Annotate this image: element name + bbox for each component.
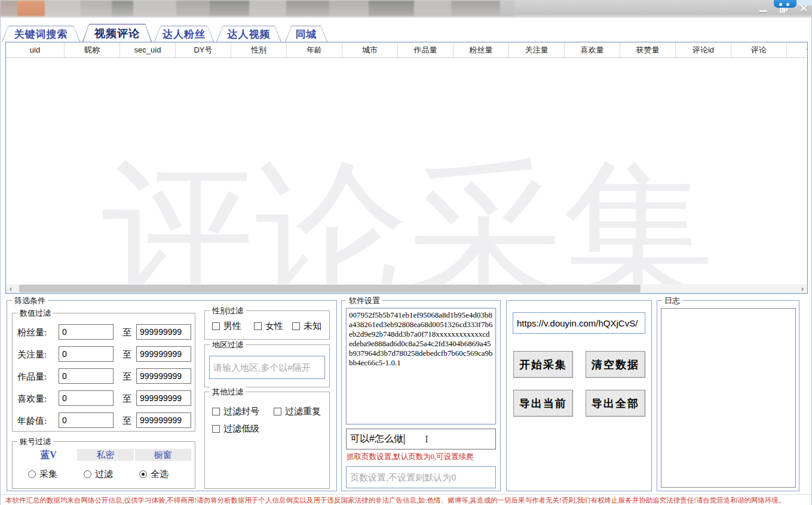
numeric-filter-title: 数值过滤 (17, 308, 53, 319)
filter-radio[interactable]: 过滤 (84, 469, 113, 480)
age-min-input[interactable] (59, 412, 114, 428)
background-window-edge (796, 0, 812, 5)
fans-max-input[interactable] (136, 324, 191, 340)
censored-title-mosaic (1, 1, 514, 16)
filter-duplicate-checkbox[interactable]: 过滤重复 (274, 406, 321, 417)
results-table: uid 昵称 sec_uid DY号 性别 年龄 城市 作品量 粉丝量 关注量 … (5, 42, 808, 294)
start-collect-button[interactable]: 开始采集 (513, 351, 573, 378)
works-count-label: 作品量: (17, 371, 47, 383)
tab-video-comments[interactable]: 视频评论 (82, 24, 152, 42)
account-filter-group: 账号过滤 蓝V 私密 橱窗 采集 过滤 全选 (12, 441, 195, 489)
checkbox-icon (274, 408, 281, 415)
checkbox-icon (254, 322, 262, 330)
filter-conditions-panel: 筛选条件 数值过滤 粉丝量: 至 关注量: 至 作品量: 至 喜欢量: 至 年龄… (7, 300, 337, 491)
column-header-fans[interactable]: 粉丝量 (454, 42, 509, 57)
scroll-left-arrow-icon[interactable]: ‹ (6, 284, 16, 293)
male-checkbox[interactable]: 男性 (212, 321, 241, 332)
title-bar: ✕ (1, 0, 811, 18)
filter-lowgrade-checkbox[interactable]: 过滤低级 (212, 423, 259, 435)
private-segment[interactable]: 私密 (77, 449, 134, 461)
minimize-icon (759, 10, 767, 12)
fans-min-input[interactable] (59, 324, 114, 340)
ibeam-cursor-icon: I (425, 434, 428, 445)
to-label: 至 (122, 327, 131, 338)
tab-creator-videos[interactable]: 达人视频 (216, 26, 281, 42)
table-header-row: uid 昵称 sec_uid DY号 性别 年龄 城市 作品量 粉丝量 关注量 … (6, 42, 808, 58)
following-max-input[interactable] (136, 346, 191, 362)
likes-min-input[interactable] (59, 390, 114, 406)
column-header-comment-id[interactable]: 评论id (676, 42, 731, 57)
column-header-uid[interactable]: uid (6, 42, 65, 57)
keyword-input[interactable]: 可以#怎么做 I (346, 429, 496, 449)
video-url-input[interactable] (513, 312, 645, 334)
app-window: ✕ 关键词搜索 视频评论 达人粉丝 达人视频 同城 uid 昵称 sec_uid… (0, 0, 812, 505)
likes-max-input[interactable] (136, 390, 191, 406)
radio-icon (28, 470, 36, 478)
checkbox-icon (212, 408, 220, 415)
to-label: 至 (122, 393, 131, 405)
export-all-button[interactable]: 导出全部 (586, 390, 645, 417)
region-input[interactable] (209, 356, 325, 379)
age-max-input[interactable] (136, 412, 191, 428)
scrollbar-track[interactable] (16, 284, 798, 293)
page-count-input[interactable] (346, 466, 496, 488)
collect-radio[interactable]: 采集 (28, 469, 57, 480)
to-label: 至 (122, 371, 131, 383)
filter-panel-title: 筛选条件 (12, 295, 48, 306)
minimize-button[interactable] (758, 4, 768, 13)
clear-data-button[interactable]: 清空数据 (586, 351, 645, 378)
column-header-following[interactable]: 关注量 (509, 42, 565, 57)
column-header-nickname[interactable]: 昵称 (65, 42, 120, 57)
works-max-input[interactable] (136, 368, 191, 384)
likes-count-label: 喜欢量: (17, 393, 47, 405)
radio-checked-icon (139, 470, 147, 478)
column-header-praised[interactable]: 获赞量 (620, 42, 676, 57)
horizontal-scrollbar: ‹ › (6, 284, 807, 293)
log-panel: 日志 (657, 300, 799, 491)
column-header-dy-id[interactable]: DY号 (176, 42, 231, 57)
disclaimer-text: 本软件汇总的数据均来自网络公开信息,仅供学习体验,不得商用!请勿将分析数据用于个… (1, 494, 811, 505)
checkbox-icon (212, 322, 220, 330)
gender-filter-group: 性别过滤 男性 女性 未知 (204, 310, 330, 340)
tab-keyword-search[interactable]: 关键词搜索 (2, 26, 80, 42)
scroll-right-arrow-icon[interactable]: › (798, 284, 807, 293)
keyword-value: 可以#怎么做 (350, 433, 403, 445)
column-header-city[interactable]: 城市 (342, 42, 398, 57)
export-current-button[interactable]: 导出当前 (513, 390, 573, 417)
female-checkbox[interactable]: 女性 (254, 321, 283, 332)
log-title: 日志 (662, 295, 682, 306)
column-header-comment-extra[interactable]: 评论 (787, 42, 808, 57)
watermark-text: 评论采集 (102, 131, 759, 294)
other-filter-title: 其他过滤 (210, 387, 246, 398)
close-icon: ✕ (799, 4, 808, 14)
column-header-works[interactable]: 作品量 (398, 42, 454, 57)
filter-banned-checkbox[interactable]: 过滤封号 (212, 406, 259, 417)
log-textarea[interactable] (661, 308, 796, 488)
scrollbar-thumb[interactable] (19, 285, 641, 292)
software-settings-panel: 软件设置 007952f5b5b741eb1ef95068a8d1b95e4d0… (341, 300, 501, 491)
actions-panel: 开始采集 清空数据 导出当前 导出全部 (506, 300, 652, 491)
text-caret (404, 434, 405, 445)
following-count-label: 关注量: (17, 349, 47, 361)
column-header-age[interactable]: 年龄 (287, 42, 342, 57)
background-app-icon (774, 0, 796, 8)
column-header-sec-uid[interactable]: sec_uid (120, 42, 176, 57)
showcase-segment[interactable]: 橱窗 (135, 449, 191, 461)
tab-creator-fans[interactable]: 达人粉丝 (154, 26, 214, 42)
license-token-textarea[interactable]: 007952f5b5b741eb1ef95068a8d1b95e4d03b8a4… (346, 308, 496, 424)
checkbox-icon (292, 322, 300, 330)
works-min-input[interactable] (59, 368, 114, 384)
radio-icon (84, 470, 91, 478)
account-filter-title: 账号过滤 (17, 436, 53, 447)
select-all-radio[interactable]: 全选 (139, 469, 168, 480)
blue-v-segment[interactable]: 蓝V (21, 449, 76, 461)
following-min-input[interactable] (59, 346, 114, 362)
column-header-comment[interactable]: 评论 (731, 42, 787, 57)
column-header-likes[interactable]: 喜欢量 (565, 42, 620, 57)
region-filter-group: 地区过滤 (204, 344, 330, 387)
to-label: 至 (122, 415, 131, 427)
unknown-checkbox[interactable]: 未知 (292, 321, 321, 332)
tab-same-city[interactable]: 同城 (285, 26, 327, 42)
column-header-gender[interactable]: 性别 (231, 42, 287, 57)
tab-strip: 关键词搜索 视频评论 达人粉丝 达人视频 同城 (1, 23, 811, 42)
